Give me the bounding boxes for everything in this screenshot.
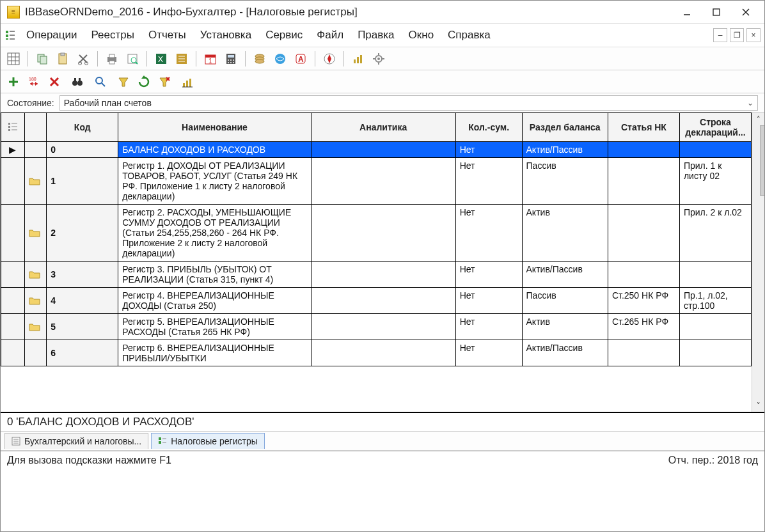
scroll-up-arrow[interactable]: ˄ (752, 113, 764, 125)
tb-refresh-icon[interactable] (135, 73, 153, 91)
cell-article[interactable] (608, 262, 679, 288)
maximize-button[interactable] (702, 3, 731, 22)
cell-code[interactable]: 2 (47, 205, 118, 262)
cell-kolsum[interactable]: Нет (455, 158, 522, 205)
mdi-minimize-button[interactable]: – (713, 28, 727, 42)
cell-code[interactable]: 4 (47, 288, 118, 314)
cell-name[interactable]: Регистр 3. ПРИБЫЛЬ (УБЫТОК) ОТ РЕАЛИЗАЦИ… (118, 262, 311, 288)
tb-move-icon[interactable]: 180 (25, 73, 43, 91)
tb-export2-icon[interactable] (173, 50, 191, 68)
cell-analytics[interactable] (311, 205, 455, 262)
cell-balance[interactable]: Актив/Пассив (522, 262, 608, 288)
menu-window[interactable]: Окно (402, 26, 441, 44)
col-balance[interactable]: Раздел баланса (522, 113, 608, 142)
scroll-down-arrow[interactable]: ˅ (752, 399, 764, 412)
tb-filter-icon[interactable] (114, 73, 132, 91)
cell-balance[interactable]: Актив (522, 205, 608, 262)
cell-article[interactable] (608, 340, 679, 366)
tb-copy-icon[interactable] (33, 50, 51, 68)
menu-operations[interactable]: Операции (20, 26, 84, 44)
table-row[interactable]: 4Регистр 4. ВНЕРЕАЛИЗАЦИОННЫЕ ДОХОДЫ (Ст… (1, 288, 752, 314)
cell-name[interactable]: Регистр 4. ВНЕРЕАЛИЗАЦИОННЫЕ ДОХОДЫ (Ста… (118, 288, 311, 314)
tb-grid-icon[interactable] (4, 50, 22, 68)
col-analytics[interactable]: Аналитика (311, 113, 455, 142)
cell-code[interactable]: 6 (47, 340, 118, 366)
tb-globe-icon[interactable] (271, 50, 289, 68)
table-row[interactable]: ▶0БАЛАНС ДОХОДОВ И РАСХОДОВНетАктив/Пасс… (1, 142, 752, 158)
col-declaration[interactable]: Строка деклараций... (679, 113, 751, 142)
scroll-thumb[interactable] (760, 125, 766, 196)
col-name[interactable]: Наименование (118, 113, 311, 142)
tb-calculator-icon[interactable] (222, 50, 240, 68)
cell-analytics[interactable] (311, 158, 455, 205)
tb-filter-clear-icon[interactable] (155, 73, 173, 91)
cell-balance[interactable]: Пассив (522, 158, 608, 205)
row-folder-icon[interactable] (24, 262, 47, 288)
row-folder-icon[interactable] (24, 158, 47, 205)
cell-article[interactable]: Ст.250 НК РФ (608, 288, 679, 314)
cell-name[interactable]: Регистр 1. ДОХОДЫ ОТ РЕАЛИЗАЦИИ ТОВАРОВ,… (118, 158, 311, 205)
minimize-button[interactable] (672, 3, 702, 22)
tb-calendar-icon[interactable]: 1 (201, 50, 219, 68)
row-folder-icon[interactable] (24, 314, 47, 340)
cell-name[interactable]: БАЛАНС ДОХОДОВ И РАСХОДОВ (118, 142, 311, 158)
cell-analytics[interactable] (311, 142, 455, 158)
cell-kolsum[interactable]: Нет (455, 288, 522, 314)
cell-article[interactable] (608, 158, 679, 205)
tb-print-icon[interactable] (103, 50, 121, 68)
tb-shield-icon[interactable]: A (292, 50, 310, 68)
mdi-close-button[interactable]: × (746, 28, 761, 42)
mdi-restore-button[interactable]: ❐ (730, 28, 744, 42)
table-row[interactable]: 6Регистр 6. ВНЕРЕАЛИЗАЦИОННЫЕ ПРИБЫЛИ/УБ… (1, 340, 752, 366)
vertical-scrollbar[interactable]: ˄ ˅ (752, 113, 764, 412)
tb-cut-icon[interactable] (74, 50, 92, 68)
cell-declaration[interactable]: Прил. 1 к листу 02 (679, 158, 751, 205)
cell-code[interactable]: 3 (47, 262, 118, 288)
cell-balance[interactable]: Актив/Пассив (522, 142, 608, 158)
cell-name[interactable]: Регистр 2. РАСХОДЫ, УМЕНЬШАЮЩИЕ СУММУ ДО… (118, 205, 311, 262)
tab-accounting[interactable]: Бухгалтерский и налоговы... (4, 433, 148, 449)
cell-declaration[interactable] (679, 314, 751, 340)
menu-setup[interactable]: Установка (194, 26, 258, 44)
tb-paste-icon[interactable] (54, 50, 72, 68)
cell-declaration[interactable] (679, 142, 751, 158)
cell-code[interactable]: 1 (47, 158, 118, 205)
cell-declaration[interactable]: Прил. 2 к л.02 (679, 205, 751, 262)
cell-kolsum[interactable]: Нет (455, 262, 522, 288)
cell-kolsum[interactable]: Нет (455, 314, 522, 340)
cell-analytics[interactable] (311, 288, 455, 314)
table-row[interactable]: 5Регистр 5. ВНЕРЕАЛИЗАЦИОННЫЕ РАСХОДЫ (С… (1, 314, 752, 340)
state-combo[interactable]: Рабочий план счетов ⌄ (59, 95, 758, 111)
tb-compass-icon[interactable] (320, 50, 338, 68)
menu-help[interactable]: Справка (441, 26, 497, 44)
tab-tax-registries[interactable]: Налоговые регистры (151, 433, 265, 449)
tb-delete-icon[interactable] (45, 73, 63, 91)
cell-declaration[interactable] (679, 262, 751, 288)
cell-code[interactable]: 5 (47, 314, 118, 340)
cell-name[interactable]: Регистр 6. ВНЕРЕАЛИЗАЦИОННЫЕ ПРИБЫЛИ/УБЫ… (118, 340, 311, 366)
tb-gear-icon[interactable] (370, 50, 388, 68)
cell-analytics[interactable] (311, 262, 455, 288)
cell-kolsum[interactable]: Нет (455, 205, 522, 262)
cell-article[interactable]: Ст.265 НК РФ (608, 314, 679, 340)
tb-binoculars-icon[interactable] (68, 73, 86, 91)
cell-name[interactable]: Регистр 5. ВНЕРЕАЛИЗАЦИОННЫЕ РАСХОДЫ (Ст… (118, 314, 311, 340)
tb-stack-icon[interactable] (251, 50, 269, 68)
cell-code[interactable]: 0 (47, 142, 118, 158)
tb-excel-export-icon[interactable]: X (152, 50, 170, 68)
table-row[interactable]: 2Регистр 2. РАСХОДЫ, УМЕНЬШАЮЩИЕ СУММУ Д… (1, 205, 752, 262)
tb-search-icon[interactable] (91, 73, 109, 91)
tb-add-icon[interactable] (4, 73, 22, 91)
cell-declaration[interactable] (679, 340, 751, 366)
tb-report-icon[interactable] (178, 73, 196, 91)
cell-kolsum[interactable]: Нет (455, 142, 522, 158)
row-folder-icon[interactable] (24, 340, 47, 366)
cell-balance[interactable]: Пассив (522, 288, 608, 314)
menu-file[interactable]: Файл (310, 26, 350, 44)
row-folder-icon[interactable] (24, 205, 47, 262)
row-folder-icon[interactable] (24, 142, 47, 158)
table-row[interactable]: 1Регистр 1. ДОХОДЫ ОТ РЕАЛИЗАЦИИ ТОВАРОВ… (1, 158, 752, 205)
cell-kolsum[interactable]: Нет (455, 340, 522, 366)
cell-article[interactable] (608, 205, 679, 262)
menu-service[interactable]: Сервис (259, 26, 309, 44)
